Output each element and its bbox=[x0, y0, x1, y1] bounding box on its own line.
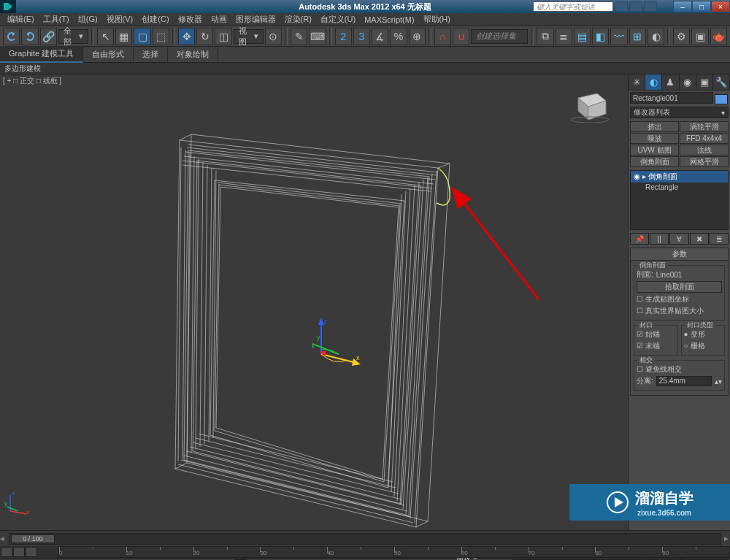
cmdtab-display[interactable]: ▣ bbox=[696, 74, 713, 90]
move-button[interactable]: ✥ bbox=[178, 28, 195, 45]
modifier-list-dropdown[interactable]: 修改器列表▾ bbox=[630, 107, 729, 118]
spinner-snap-button[interactable]: ⊕ bbox=[409, 28, 426, 45]
magnet-d-button[interactable]: ∪ bbox=[453, 28, 469, 45]
menu-graph[interactable]: 图形编辑器 bbox=[231, 14, 280, 25]
trackbar-btn2[interactable] bbox=[13, 547, 25, 557]
rollout-head-params[interactable]: 参数 bbox=[631, 248, 728, 261]
stack-remove[interactable]: ✖ bbox=[690, 233, 709, 245]
select-name-button[interactable]: ▦ bbox=[115, 28, 132, 45]
redo-button[interactable] bbox=[21, 28, 38, 45]
material-button[interactable]: ◐ bbox=[648, 28, 664, 45]
ribbon-tab-freeform[interactable]: 自由形式 bbox=[83, 47, 134, 62]
time-slider-thumb[interactable]: 0 / 100 bbox=[11, 534, 55, 543]
stack-show[interactable]: || bbox=[650, 233, 669, 245]
separation-spinner[interactable]: 25.4mm bbox=[656, 376, 712, 386]
render-button[interactable]: 🫖 bbox=[710, 28, 727, 45]
graphite-button[interactable]: ◧ bbox=[592, 28, 609, 45]
track-ruler[interactable]: 0102030405060708090100 bbox=[58, 546, 730, 558]
info-icon[interactable] bbox=[644, 1, 657, 12]
filter-combo[interactable]: 全部 ▾ bbox=[58, 29, 88, 44]
cmdtab-utils[interactable]: 🔧 bbox=[713, 74, 730, 90]
menu-create[interactable]: 创建(C) bbox=[137, 14, 173, 25]
magnet-u-button[interactable]: ∩ bbox=[434, 28, 451, 45]
view-cube[interactable] bbox=[568, 85, 612, 123]
object-name-field[interactable]: Rectangle001 bbox=[630, 92, 713, 104]
cmdtab-motion[interactable]: ◉ bbox=[680, 74, 696, 90]
refcoord-combo[interactable]: 视图 ▾ bbox=[234, 29, 264, 44]
percent-snap-button[interactable]: % bbox=[390, 28, 407, 45]
modbtn-turbosmooth[interactable]: 涡轮平滑 bbox=[680, 121, 729, 132]
render-frame-button[interactable]: ▣ bbox=[691, 28, 708, 45]
undo-button[interactable] bbox=[3, 28, 20, 45]
keyboard-button[interactable]: ⌨ bbox=[309, 28, 326, 45]
cmdtab-create[interactable]: ✳ bbox=[629, 74, 645, 90]
layers-button[interactable]: ▤ bbox=[574, 28, 591, 45]
manip-button[interactable]: ✎ bbox=[291, 28, 307, 45]
close-button[interactable]: × bbox=[711, 1, 730, 12]
stack-unique[interactable]: ∀ bbox=[669, 233, 688, 245]
stack-item-rectangle[interactable]: Rectangle bbox=[631, 183, 728, 192]
spinner-arrows-icon[interactable]: ▴▾ bbox=[715, 377, 722, 386]
stack-pin[interactable]: 📌 bbox=[630, 233, 649, 245]
modbtn-ffd[interactable]: FFD 4x4x4 bbox=[680, 133, 729, 144]
modbtn-uvw[interactable]: UVW 贴图 bbox=[630, 145, 679, 156]
menu-group[interactable]: 组(G) bbox=[74, 14, 102, 25]
avoid-intersect-checkbox[interactable]: 避免线相交 bbox=[637, 364, 682, 375]
pick-profile-button[interactable]: 拾取剖面 bbox=[637, 281, 722, 293]
trackbar-btn3[interactable] bbox=[26, 547, 37, 557]
modbtn-meshsmooth[interactable]: 网格平滑 bbox=[680, 156, 729, 167]
modifier-stack[interactable]: ◉ ▸ 倒角剖面 Rectangle bbox=[630, 170, 729, 230]
captype-morph-radio[interactable]: 变形 bbox=[684, 329, 705, 340]
menu-custom[interactable]: 自定义(U) bbox=[316, 14, 360, 25]
menu-edit[interactable]: 编辑(E) bbox=[3, 14, 39, 25]
menu-script[interactable]: MAXScript(M) bbox=[360, 15, 418, 24]
ribbon-tab-paint[interactable]: 对象绘制 bbox=[168, 47, 218, 62]
cap-end-checkbox[interactable]: 末端 bbox=[637, 341, 660, 351]
fav-icon[interactable] bbox=[629, 1, 642, 12]
captype-grid-radio[interactable]: 栅格 bbox=[684, 341, 705, 351]
cmdtab-modify[interactable]: ◐ bbox=[645, 74, 662, 90]
snap2-button[interactable]: 2 bbox=[335, 28, 352, 45]
cmdtab-hierarchy[interactable]: ♟ bbox=[662, 74, 679, 90]
cap-start-checkbox[interactable]: 始端 bbox=[637, 329, 660, 340]
minimize-button[interactable]: – bbox=[673, 1, 692, 12]
time-slider[interactable]: 0 / 100 bbox=[9, 533, 721, 545]
real-world-checkbox[interactable]: 真实世界贴图大小 bbox=[637, 306, 704, 316]
menu-modify[interactable]: 修改器 bbox=[174, 14, 207, 25]
scale-button[interactable]: ◫ bbox=[215, 28, 231, 45]
stack-item-bevelprofile[interactable]: ◉ ▸ 倒角剖面 bbox=[631, 171, 728, 183]
menu-anim[interactable]: 动画 bbox=[207, 14, 231, 25]
menu-tools[interactable]: 工具(T) bbox=[39, 14, 74, 25]
align-button[interactable]: ≣ bbox=[556, 28, 572, 45]
schematic-button[interactable]: ⊞ bbox=[629, 28, 646, 45]
viewport[interactable]: [ + □ 正交 □ 线框 ] bbox=[0, 74, 628, 530]
stack-config[interactable]: ≣ bbox=[710, 233, 729, 245]
ribbon-tab-graphite[interactable]: Graphite 建模工具 bbox=[0, 46, 83, 63]
selset-combo[interactable]: 创建选择集 bbox=[471, 29, 528, 44]
select-rect-button[interactable]: ▢ bbox=[134, 28, 150, 45]
maximize-button[interactable]: □ bbox=[692, 1, 711, 12]
menu-help[interactable]: 帮助(H) bbox=[419, 14, 455, 25]
select-button[interactable]: ↖ bbox=[97, 28, 114, 45]
snap3-button[interactable]: 3 bbox=[353, 28, 370, 45]
help-icon[interactable] bbox=[615, 1, 628, 12]
ribbon-tab-select[interactable]: 选择 bbox=[134, 47, 168, 62]
window-cross-button[interactable]: ⬚ bbox=[153, 28, 169, 45]
gen-map-checkbox[interactable]: 生成贴图坐标 bbox=[637, 294, 689, 304]
pivot-button[interactable]: ⊙ bbox=[265, 28, 282, 45]
modbtn-extrude[interactable]: 挤出 bbox=[630, 121, 679, 132]
render-setup-button[interactable]: ⚙ bbox=[673, 28, 690, 45]
search-input[interactable]: 键入关键字或短语 bbox=[533, 1, 613, 12]
angle-snap-button[interactable]: ∡ bbox=[372, 28, 388, 45]
modbtn-bevelprofile[interactable]: 倒角剖面 bbox=[630, 156, 679, 167]
modbtn-noise[interactable]: 噪波 bbox=[630, 133, 679, 144]
curve-editor-button[interactable]: 〰 bbox=[610, 28, 627, 45]
mirror-button[interactable]: ⧉ bbox=[537, 28, 553, 45]
trackbar-btn1[interactable] bbox=[1, 547, 12, 557]
menu-render[interactable]: 渲染(R) bbox=[280, 14, 316, 25]
link-button[interactable]: 🔗 bbox=[40, 28, 57, 45]
rotate-button[interactable]: ↻ bbox=[196, 28, 213, 45]
modbtn-normal[interactable]: 法线 bbox=[680, 145, 729, 156]
object-color-swatch[interactable] bbox=[715, 94, 728, 104]
menu-view[interactable]: 视图(V) bbox=[102, 14, 138, 25]
